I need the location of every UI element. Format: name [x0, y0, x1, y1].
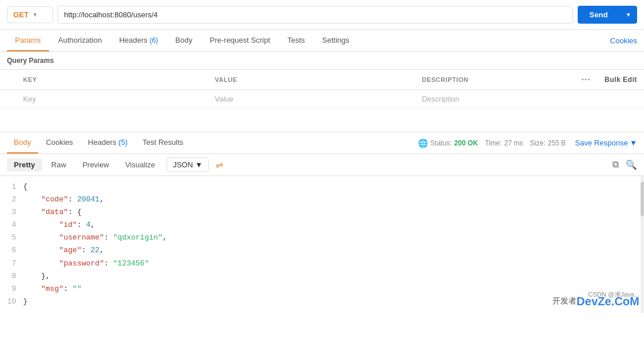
- status-label: Status:: [430, 139, 451, 147]
- size-label: Size:: [530, 139, 545, 147]
- line-num-9: 9: [7, 283, 16, 295]
- tab-response-cookies[interactable]: Cookies: [39, 132, 80, 154]
- top-tabs: Params Authorization Headers (6) Body Pr…: [7, 30, 357, 51]
- code-content: { "code": 20041, "data": { "id": 4, "use…: [23, 181, 644, 308]
- cookies-link[interactable]: Cookies: [610, 31, 637, 51]
- table-row: Key Value Description: [0, 90, 644, 108]
- url-input[interactable]: [58, 6, 573, 24]
- extra-cell: [597, 90, 644, 108]
- response-tabs: Body Cookies Headers (5) Test Results: [7, 132, 190, 154]
- params-header-row: KEY VALUE DESCRIPTION ··· Bulk Edit: [0, 70, 644, 90]
- filter-icon[interactable]: ⇌: [216, 159, 223, 170]
- desc-placeholder: Description: [422, 95, 460, 103]
- top-tab-bar: Params Authorization Headers (6) Body Pr…: [0, 30, 644, 52]
- url-bar: GET ▼ Send ▼: [0, 0, 644, 30]
- code-line-1: {: [23, 181, 637, 193]
- send-label: Send: [578, 6, 619, 24]
- headers-badge: (6): [149, 36, 158, 44]
- line-num-2: 2: [7, 193, 16, 206]
- tab-response-body[interactable]: Body: [7, 132, 38, 154]
- tab-settings[interactable]: Settings: [314, 30, 357, 51]
- col-desc-header: DESCRIPTION: [415, 70, 566, 90]
- code-line-8: },: [23, 270, 637, 283]
- watermark-right: DevZe.CoM: [577, 295, 639, 308]
- format-bar-right: ⧉ 🔍: [612, 159, 637, 170]
- params-table: KEY VALUE DESCRIPTION ··· Bulk Edit Key …: [0, 70, 644, 108]
- code-line-5: "username": "qdxorigin",: [23, 231, 637, 244]
- format-bar: Pretty Raw Preview Visualize JSON ▼ ⇌ ⧉ …: [0, 154, 644, 176]
- fmt-pretty-button[interactable]: Pretty: [7, 158, 42, 171]
- tab-pre-request[interactable]: Pre-request Script: [202, 30, 278, 51]
- response-headers-badge: (5): [118, 138, 127, 147]
- line-numbers: 1 2 3 4 5 6 7 8 9 10: [0, 181, 23, 308]
- response-section: Body Cookies Headers (5) Test Results 🌐 …: [0, 132, 644, 313]
- size-value: 255 B: [548, 139, 566, 147]
- tab-tests[interactable]: Tests: [280, 30, 313, 51]
- line-num-8: 8: [7, 270, 16, 283]
- save-response-label: Save Response: [575, 139, 628, 147]
- code-line-6: "age": 22,: [23, 244, 637, 257]
- method-select[interactable]: GET ▼: [7, 6, 53, 23]
- more-options-icon[interactable]: ···: [581, 74, 590, 84]
- search-icon[interactable]: 🔍: [626, 159, 637, 170]
- fmt-visualize-button[interactable]: Visualize: [118, 158, 162, 171]
- line-num-6: 6: [7, 244, 16, 257]
- save-response-button[interactable]: Save Response ▼: [575, 139, 637, 147]
- time-label: Time:: [485, 139, 502, 147]
- line-num-3: 3: [7, 206, 16, 219]
- desc-cell: Description: [415, 90, 566, 108]
- code-line-3: "data": {: [23, 206, 637, 219]
- key-cell: Key: [0, 90, 208, 108]
- value-cell: Value: [208, 90, 415, 108]
- col-actions-header: ···: [566, 70, 597, 90]
- format-select[interactable]: JSON ▼: [167, 158, 209, 172]
- time-value: 27 ms: [504, 139, 524, 147]
- value-placeholder: Value: [215, 95, 234, 103]
- code-line-7: "password": "123456": [23, 257, 637, 270]
- bulk-edit-button[interactable]: Bulk Edit: [604, 76, 637, 84]
- globe-icon: 🌐: [418, 139, 428, 148]
- format-chevron-icon: ▼: [195, 160, 203, 169]
- code-line-4: "id": 4,: [23, 219, 637, 231]
- copy-icon[interactable]: ⧉: [612, 159, 619, 170]
- status-bar: 🌐 Status: 200 OK Time: 27 ms Size: 255 B…: [418, 139, 637, 148]
- spacer: [0, 108, 644, 132]
- method-chevron-icon: ▼: [32, 12, 38, 18]
- status-value: 200 OK: [454, 139, 478, 147]
- save-response-chevron-icon: ▼: [630, 139, 637, 147]
- method-label: GET: [13, 10, 29, 19]
- actions-cell: [566, 90, 597, 108]
- line-num-7: 7: [7, 257, 16, 270]
- code-line-9: "msg": "": [23, 283, 637, 295]
- tab-response-headers[interactable]: Headers (5): [81, 132, 135, 154]
- col-value-header: VALUE: [208, 70, 415, 90]
- watermark-left: 开发者: [552, 296, 577, 306]
- code-line-10: }: [23, 295, 637, 308]
- tab-params[interactable]: Params: [7, 30, 49, 51]
- key-placeholder: Key: [23, 95, 36, 103]
- send-button[interactable]: Send ▼: [578, 6, 637, 24]
- response-tab-bar: Body Cookies Headers (5) Test Results 🌐 …: [0, 132, 644, 154]
- scrollbar-thumb[interactable]: [641, 182, 644, 216]
- code-line-2: "code": 20041,: [23, 193, 637, 206]
- fmt-raw-button[interactable]: Raw: [44, 158, 73, 171]
- watermark: 开发者 DevZe.CoM: [552, 295, 639, 308]
- line-num-4: 4: [7, 219, 16, 231]
- col-key-header: KEY: [0, 70, 208, 90]
- scrollbar-track[interactable]: [641, 176, 644, 313]
- line-num-5: 5: [7, 231, 16, 244]
- format-value: JSON: [173, 160, 193, 169]
- tab-authorization[interactable]: Authorization: [50, 30, 110, 51]
- tab-headers[interactable]: Headers (6): [111, 30, 166, 51]
- line-num-10: 10: [7, 295, 16, 308]
- bulk-edit-header: Bulk Edit: [597, 70, 644, 90]
- tab-test-results[interactable]: Test Results: [135, 132, 190, 154]
- code-area: 1 2 3 4 5 6 7 8 9 10 { "code": 20041, "d…: [0, 176, 644, 313]
- fmt-preview-button[interactable]: Preview: [76, 158, 116, 171]
- send-dropdown-icon[interactable]: ▼: [620, 7, 637, 23]
- tab-body[interactable]: Body: [167, 30, 201, 51]
- line-num-1: 1: [7, 181, 16, 193]
- query-params-title: Query Params: [0, 52, 644, 70]
